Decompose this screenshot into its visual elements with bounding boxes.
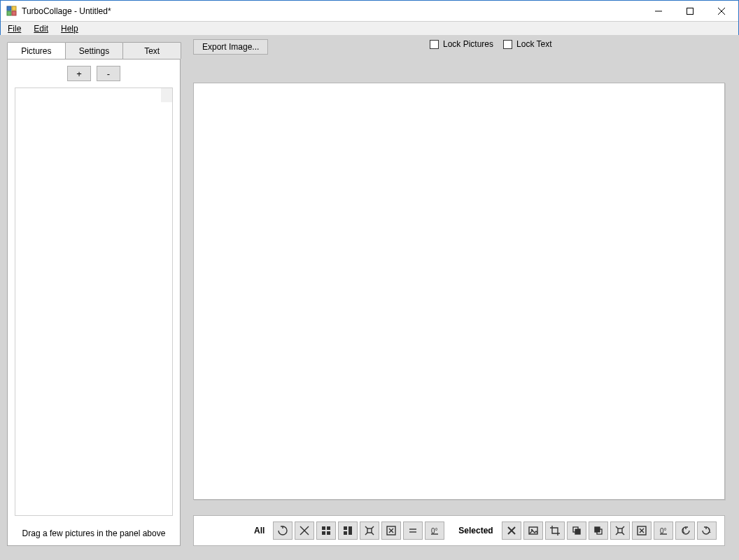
svg-line-19 <box>372 526 374 528</box>
window-title: TurboCollage - Untitled* <box>22 6 111 16</box>
delete-button[interactable] <box>502 522 521 540</box>
svg-rect-36 <box>575 529 580 534</box>
lock-controls: Lock Pictures Lock Text <box>430 39 552 49</box>
app-icon <box>6 6 17 17</box>
close-button[interactable] <box>705 1 737 21</box>
svg-rect-5 <box>687 8 693 14</box>
checkbox-label: Lock Text <box>516 39 551 49</box>
tab-label: Pictures <box>21 46 51 56</box>
export-image-button[interactable]: Export Image... <box>193 39 268 55</box>
collage-canvas[interactable] <box>193 83 725 500</box>
sidebar-hint: Drag a few pictures in the panel above <box>8 523 180 545</box>
collapse-selected-button[interactable] <box>632 522 652 540</box>
reset-angle-button[interactable]: 0° <box>425 522 444 540</box>
expand-out-button[interactable] <box>360 522 379 540</box>
collapse-in-button[interactable] <box>381 522 401 540</box>
svg-line-20 <box>365 533 367 535</box>
sidebar-body: + - Drag a few pictures in the panel abo… <box>7 59 181 546</box>
sidebar: Pictures Settings Text + - Drag a few pi… <box>7 42 181 546</box>
svg-line-21 <box>372 533 374 535</box>
picture-list[interactable] <box>15 88 173 516</box>
equal-size-button[interactable] <box>403 522 423 540</box>
tab-settings[interactable]: Settings <box>65 42 124 59</box>
titlebar: TurboCollage - Untitled* <box>1 1 738 22</box>
svg-rect-14 <box>344 526 347 530</box>
svg-line-24 <box>391 528 393 531</box>
scrollbar[interactable] <box>161 88 172 102</box>
lock-text-checkbox[interactable]: Lock Text <box>503 39 551 49</box>
bottom-toolbar: All 0° Selected 0° 1 1 <box>193 515 725 546</box>
tab-label: Settings <box>79 46 109 56</box>
all-group: 0° <box>273 522 444 540</box>
selected-label: Selected <box>458 526 493 536</box>
svg-rect-16 <box>344 531 347 535</box>
svg-line-47 <box>640 531 642 533</box>
shuffle-button[interactable] <box>273 522 293 540</box>
tab-label: Text <box>144 46 160 56</box>
svg-text:1: 1 <box>708 527 711 534</box>
lock-pictures-checkbox[interactable]: Lock Pictures <box>430 39 493 49</box>
rotate-ccw-1-button[interactable]: 1 <box>675 522 695 540</box>
selected-group: 0° 1 1 <box>502 522 717 540</box>
checkbox-icon <box>503 40 512 49</box>
tab-pictures[interactable]: Pictures <box>7 42 66 59</box>
svg-rect-13 <box>327 531 330 535</box>
sidebar-tabs: Pictures Settings Text <box>7 42 181 59</box>
grid-3-button[interactable] <box>338 522 358 540</box>
fit-button[interactable] <box>295 522 314 540</box>
svg-line-43 <box>622 533 624 535</box>
remove-picture-button[interactable]: - <box>97 66 120 81</box>
svg-line-25 <box>389 531 391 533</box>
svg-rect-39 <box>618 528 622 533</box>
checkbox-label: Lock Pictures <box>443 39 493 49</box>
svg-line-26 <box>391 531 393 533</box>
all-label: All <box>254 526 265 536</box>
expand-selected-button[interactable] <box>610 522 630 540</box>
image-button[interactable] <box>523 522 543 540</box>
svg-line-18 <box>365 526 367 528</box>
bring-forward-button[interactable] <box>567 522 586 540</box>
svg-rect-3 <box>12 11 16 15</box>
menu-help[interactable]: Help <box>58 22 81 35</box>
svg-rect-11 <box>327 526 330 530</box>
svg-line-40 <box>616 526 618 528</box>
window-controls <box>642 1 737 21</box>
svg-rect-38 <box>595 527 600 532</box>
svg-rect-12 <box>322 531 325 535</box>
tab-text[interactable]: Text <box>122 42 181 59</box>
svg-line-46 <box>642 528 644 531</box>
svg-rect-1 <box>12 6 16 10</box>
svg-rect-2 <box>7 11 11 15</box>
picture-buttons: + - <box>8 59 180 88</box>
crop-button[interactable] <box>545 522 565 540</box>
svg-line-42 <box>616 533 618 535</box>
rotate-cw-1-button[interactable]: 1 <box>697 522 717 540</box>
grid-2x2-button[interactable] <box>316 522 336 540</box>
svg-rect-17 <box>367 528 372 533</box>
menubar: File Edit Help <box>1 22 738 36</box>
minimize-button[interactable] <box>642 1 674 21</box>
svg-rect-15 <box>349 526 352 535</box>
svg-rect-0 <box>7 6 11 10</box>
menu-edit[interactable]: Edit <box>31 22 51 35</box>
maximize-button[interactable] <box>674 1 705 21</box>
svg-line-41 <box>622 526 624 528</box>
add-picture-button[interactable]: + <box>67 66 91 81</box>
reset-angle-selected-button[interactable]: 0° <box>654 522 673 540</box>
svg-rect-10 <box>322 526 325 530</box>
svg-line-48 <box>642 531 644 533</box>
send-backward-button[interactable] <box>589 522 608 540</box>
top-toolbar: Export Image... <box>193 39 268 55</box>
checkbox-icon <box>430 40 439 49</box>
menu-file[interactable]: File <box>5 22 24 35</box>
